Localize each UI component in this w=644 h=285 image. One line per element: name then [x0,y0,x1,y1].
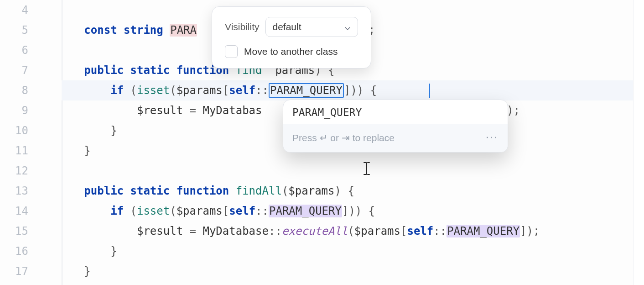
code-text: ) { [334,185,354,197]
code-text: = [183,225,203,238]
paren: ( [130,205,137,217]
class-name: MyDatabase [203,225,269,238]
keyword-string: string [124,24,163,37]
keyword-static: static [130,64,170,77]
paren: ( [348,225,354,238]
suggestion-hint-bar: Press ↵ or ⇥ to replace ⋮ [283,124,508,152]
editor-right-gutter [633,0,644,285]
code-text: ]); [520,225,540,238]
keyword-static: static [130,185,170,197]
tab-key-icon: ⇥ [342,132,350,143]
code-text: ])) { [344,84,377,97]
line-number: 11 [0,141,28,161]
rename-selection[interactable]: PARAM_QUERY [269,83,344,98]
var-params: $params [354,225,400,238]
class-name: MyDatabas [203,104,262,117]
keyword-public: public [84,185,124,197]
move-to-class-label: Move to another class [244,46,338,57]
rename-suggestion-popup[interactable]: PARAM_QUERY Press ↵ or ⇥ to replace ⋮ [283,100,508,153]
brace-close: } [110,245,117,258]
line-number: 9 [0,100,28,121]
fn-isset: isset [137,84,170,97]
line-number: 5 [0,20,28,40]
keyword-self: self [407,225,433,238]
code-line[interactable]: $result = MyDatabase::executeAll($params… [62,221,644,241]
code-text: ])) { [342,205,375,217]
code-line-current[interactable]: if (isset($params[self::PARAM_QUERY])) { [62,80,644,100]
keyword-self: self [229,205,255,217]
function-name: findAll [236,185,282,197]
line-number: 14 [0,201,28,221]
code-line[interactable]: } [62,241,644,261]
var-params: $params [177,84,223,97]
brace-close: } [84,144,90,157]
paren: ( [170,205,176,217]
double-colon: :: [433,225,447,238]
code-line[interactable]: public static function findAll($params) … [62,181,644,201]
double-colon: :: [255,205,269,217]
line-number: 15 [0,221,28,241]
code-line[interactable] [62,161,644,181]
move-to-class-checkbox[interactable] [225,45,238,58]
visibility-select[interactable]: default [265,17,358,37]
paren: ( [130,84,137,97]
code-text: = [183,104,203,117]
hint-mid: or [328,132,342,143]
visibility-value: default [272,21,301,32]
line-number: 4 [0,0,28,20]
paren: ( [170,84,176,97]
line-number: 13 [0,181,28,201]
var-result: $result [137,104,183,117]
highlight-pink: PARA [170,24,197,37]
keyword-public: public [84,64,124,77]
line-number: 8 [0,80,28,100]
line-number: 10 [0,121,28,141]
line-number: 17 [0,261,28,281]
more-options-icon[interactable]: ⋮ [484,130,499,146]
var-params: $params [177,205,223,217]
chevron-down-icon [344,23,351,31]
highlight-occurrence: PARAM_QUERY [447,225,520,238]
keyword-if: if [110,205,124,217]
code-line[interactable]: if (isset($params[self::PARAM_QUERY])) { [62,201,644,221]
line-number: 7 [0,60,28,80]
line-number-gutter: 4 5 6 7 8 9 10 11 12 13 14 15 16 17 [0,0,36,285]
var-params: $params [288,185,334,197]
var-result: $result [137,225,183,238]
code-line[interactable]: } [62,261,644,281]
fn-isset: isset [137,205,170,217]
bracket: [ [223,84,229,97]
line-number: 6 [0,40,28,60]
text-caret [429,84,430,98]
enter-key-icon: ↵ [320,132,328,143]
keyword-if: if [110,84,124,97]
paren: ( [282,185,288,197]
suggestion-hint-text: Press ↵ or ⇥ to replace [292,132,395,143]
brace-close: } [110,124,117,137]
line-number: 16 [0,241,28,261]
hint-suffix: to replace [350,132,395,143]
keyword-const: const [84,24,117,37]
brace-close: } [84,265,90,278]
refactor-options-popup[interactable]: Visibility default Move to another class [212,6,371,69]
line-number: 12 [0,161,28,181]
hint-prefix: Press [292,132,320,143]
double-colon: :: [269,225,282,238]
bracket: [ [223,205,229,217]
visibility-label: Visibility [225,21,259,32]
keyword-self: self [229,84,255,97]
highlight-occurrence: PARAM_QUERY [269,205,342,217]
method-name: executeAll [282,225,348,238]
keyword-function: function [177,185,229,197]
double-colon: :: [255,84,269,97]
bracket: [ [400,225,407,238]
suggestion-item[interactable]: PARAM_QUERY [283,100,508,124]
